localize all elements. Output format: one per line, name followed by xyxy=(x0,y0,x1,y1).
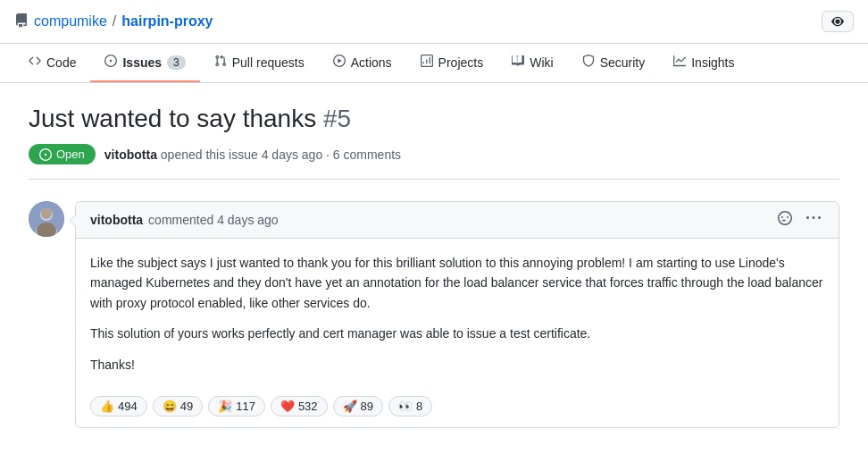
watch-button[interactable] xyxy=(822,11,854,32)
repo-name[interactable]: hairpin-proxy xyxy=(121,13,213,29)
reaction-emoji: ❤️ xyxy=(280,400,295,413)
reaction-pill[interactable]: 😄 49 xyxy=(153,396,203,417)
tab-security[interactable]: Security xyxy=(568,44,660,82)
tab-code[interactable]: Code xyxy=(14,44,90,82)
tab-issues[interactable]: Issues 3 xyxy=(90,44,199,82)
comment-header-right xyxy=(774,209,824,231)
tab-insights[interactable]: Insights xyxy=(659,44,748,82)
issue-title-text: Just wanted to say thanks xyxy=(29,105,316,132)
issue-meta: Open vitobotta opened this issue 4 days … xyxy=(29,144,839,180)
security-icon xyxy=(582,55,595,70)
svg-point-3 xyxy=(41,208,52,219)
insights-icon xyxy=(673,55,686,70)
tab-pr-label: Pull requests xyxy=(232,55,305,70)
reaction-count: 49 xyxy=(180,400,193,413)
tab-wiki[interactable]: Wiki xyxy=(497,44,567,82)
tab-projects-label: Projects xyxy=(438,55,484,70)
tab-code-label: Code xyxy=(46,55,76,70)
reaction-count: 532 xyxy=(298,400,318,413)
comment-box: vitobotta commented 4 days ago Like the … xyxy=(75,201,839,428)
tab-wiki-label: Wiki xyxy=(530,55,553,70)
issues-badge: 3 xyxy=(167,55,186,70)
comment-header: vitobotta commented 4 days ago xyxy=(76,202,839,239)
main-content: Just wanted to say thanks #5 Open vitobo… xyxy=(0,83,868,450)
repo-owner[interactable]: compumike xyxy=(34,13,107,29)
reaction-pill[interactable]: 🚀 89 xyxy=(333,396,383,417)
repo-title: compumike / hairpin-proxy xyxy=(14,13,213,30)
issues-icon xyxy=(104,55,117,70)
projects-icon xyxy=(421,55,433,70)
code-icon xyxy=(29,55,41,70)
issue-meta-text: vitobotta opened this issue 4 days ago ·… xyxy=(104,147,401,162)
reaction-count: 117 xyxy=(236,400,255,413)
tab-pull-requests[interactable]: Pull requests xyxy=(200,44,319,82)
reaction-pill[interactable]: 👀 8 xyxy=(388,396,432,417)
commenter-name[interactable]: vitobotta xyxy=(90,213,143,227)
comment-timestamp: commented 4 days ago xyxy=(148,213,279,227)
tab-insights-label: Insights xyxy=(691,55,734,70)
repo-icon xyxy=(14,13,29,30)
reaction-emoji: 👍 xyxy=(100,400,114,413)
reaction-count: 494 xyxy=(118,400,138,413)
nav-tabs: Code Issues 3 Pull requests Actions Proj… xyxy=(0,44,868,83)
issue-title: Just wanted to say thanks #5 xyxy=(29,105,839,133)
tab-projects[interactable]: Projects xyxy=(406,44,498,82)
actions-icon xyxy=(333,55,346,70)
reactions-bar: 👍 494 😄 49 🎉 117 ❤️ 532 🚀 89 👀 8 xyxy=(76,389,839,427)
wiki-icon xyxy=(512,55,524,70)
open-label: Open xyxy=(56,147,85,161)
top-bar: compumike / hairpin-proxy xyxy=(0,0,868,44)
pr-icon xyxy=(214,55,227,70)
tab-issues-label: Issues xyxy=(122,55,162,70)
reaction-count: 89 xyxy=(361,400,373,413)
open-badge: Open xyxy=(29,144,96,164)
reaction-emoji: 😄 xyxy=(163,400,177,413)
commenter-avatar xyxy=(29,201,64,237)
reaction-pill[interactable]: 🎉 117 xyxy=(208,396,265,417)
reaction-pill[interactable]: 👍 494 xyxy=(90,396,147,417)
tab-security-label: Security xyxy=(600,55,646,70)
repo-separator: / xyxy=(113,13,116,29)
reaction-emoji: 👀 xyxy=(398,400,413,413)
comment-body: Like the subject says I just wanted to t… xyxy=(76,239,839,389)
issue-author-link[interactable]: vitobotta xyxy=(104,147,157,162)
reaction-pill[interactable]: ❤️ 532 xyxy=(271,396,328,417)
comment-container: vitobotta commented 4 days ago Like the … xyxy=(29,201,839,428)
issue-number: #5 xyxy=(323,105,351,132)
tab-actions[interactable]: Actions xyxy=(319,44,406,82)
comment-header-left: vitobotta commented 4 days ago xyxy=(90,213,279,227)
reaction-count: 8 xyxy=(416,400,422,413)
reaction-emoji: 🚀 xyxy=(343,400,357,413)
tab-actions-label: Actions xyxy=(351,55,392,70)
add-reaction-button[interactable] xyxy=(774,209,796,231)
reaction-emoji: 🎉 xyxy=(218,400,232,413)
comment-more-button[interactable] xyxy=(803,209,824,231)
